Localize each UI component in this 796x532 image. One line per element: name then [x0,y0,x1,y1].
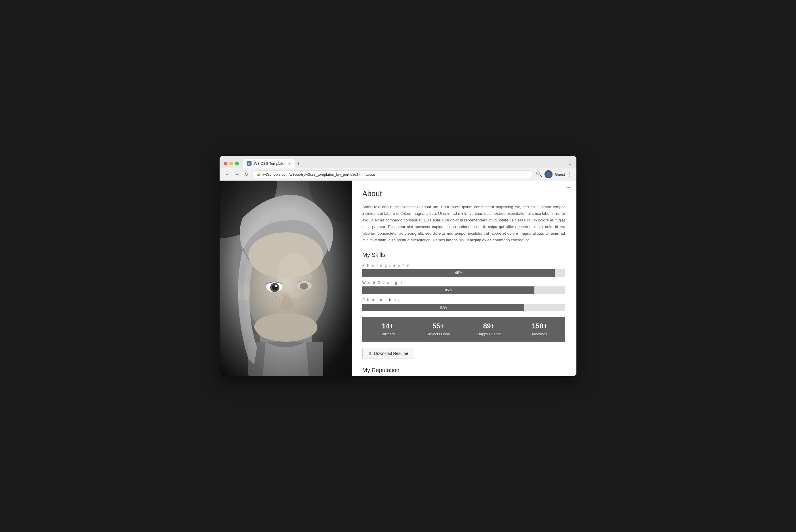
skill-webdesign: W e b D e s i g n 85% [362,281,565,294]
stat-partners-number: 14+ [365,322,410,330]
user-label: Guest [555,172,565,176]
user-avatar-icon: 👤 [544,170,553,178]
skills-title: My Skills [362,252,565,258]
download-resume-button[interactable]: ⬇ Download Resume [362,348,414,359]
download-icon: ⬇ [368,351,372,356]
browser-titlebar: w W3.CSS Template × + ⌄ [220,156,576,168]
hamburger-menu-icon[interactable]: ≡ [567,185,571,193]
about-title: About [362,189,565,198]
close-button[interactable] [224,162,227,165]
svg-rect-24 [220,180,352,376]
forward-button[interactable]: → [234,171,240,178]
progress-bar-bg-photoshop: 80% [362,304,565,311]
skill-photoshop: P h o t o s h o p 80% [362,298,565,311]
stat-projects-number: 55+ [416,322,461,330]
stat-partners-label: Partners [381,332,394,336]
stat-meetings-label: Meetings [532,332,548,336]
main-content: ≡ About Some text about me. Some text ab… [352,180,576,376]
browser-content: ≡ About Some text about me. Some text ab… [220,180,576,376]
tab-label: W3.CSS Template [254,161,284,166]
content-body: About Some text about me. Some text abou… [352,180,576,376]
new-tab-button[interactable]: + [295,161,303,167]
tab-menu-icon[interactable]: ⌄ [568,160,572,167]
active-tab[interactable]: w W3.CSS Template × [243,159,295,168]
browser-tabs: w W3.CSS Template × + [243,159,565,168]
stat-meetings-number: 150+ [517,322,562,330]
back-button[interactable]: ← [224,171,230,178]
tab-close-icon[interactable]: × [288,161,291,166]
maximize-button[interactable] [235,162,239,165]
browser-toolbar: ← → ↻ 🔒 w3schools.com/w3css/tryw3css_tem… [220,168,576,180]
download-label: Download Resume [374,351,408,356]
stat-projects: 55+ Projects Done [413,317,464,342]
stat-clients-number: 89+ [466,322,512,330]
more-options-icon[interactable]: ⋮ [567,171,572,177]
address-bar[interactable]: 🔒 w3schools.com/w3css/tryw3css_templates… [252,171,533,178]
progress-bar-fill-photoshop: 80% [362,304,524,311]
traffic-lights [224,162,239,165]
stat-partners: 14+ Partners [362,317,413,342]
sidebar-portrait [220,180,352,376]
reload-button[interactable]: ↻ [243,171,249,178]
toolbar-right: 🔍 👤 Guest ⋮ [536,170,572,178]
progress-bar-fill-photography: 95% [362,269,555,277]
about-text: Some text about me. Some text about me. … [362,204,565,244]
skill-name-photography: P h o t o g r a p h y [362,263,565,267]
skill-name-webdesign: W e b D e s i g n [362,281,565,285]
tab-favicon: w [247,161,252,166]
reputation-title: My Reputation [362,367,565,374]
search-icon[interactable]: 🔍 [536,171,542,177]
progress-bar-fill-webdesign: 85% [362,286,534,294]
stats-bar: 14+ Partners 55+ Projects Done 89+ Happy… [362,317,565,342]
lock-icon: 🔒 [256,172,261,176]
skill-photography: P h o t o g r a p h y 95% [362,263,565,277]
stat-meetings: 150+ Meetings [514,317,565,342]
stat-clients-label: Happy Clients [477,332,501,336]
url-text: w3schools.com/w3css/tryw3css_templates_b… [263,172,375,176]
minimize-button[interactable] [229,162,233,165]
stat-clients: 89+ Happy Clients [464,317,514,342]
skill-name-photoshop: P h o t o s h o p [362,298,565,302]
stat-projects-label: Projects Done [426,332,450,336]
progress-bar-bg-photography: 95% [362,269,565,277]
browser-window: w W3.CSS Template × + ⌄ ← → ↻ 🔒 w3school… [220,156,576,376]
progress-bar-bg-webdesign: 85% [362,286,565,294]
